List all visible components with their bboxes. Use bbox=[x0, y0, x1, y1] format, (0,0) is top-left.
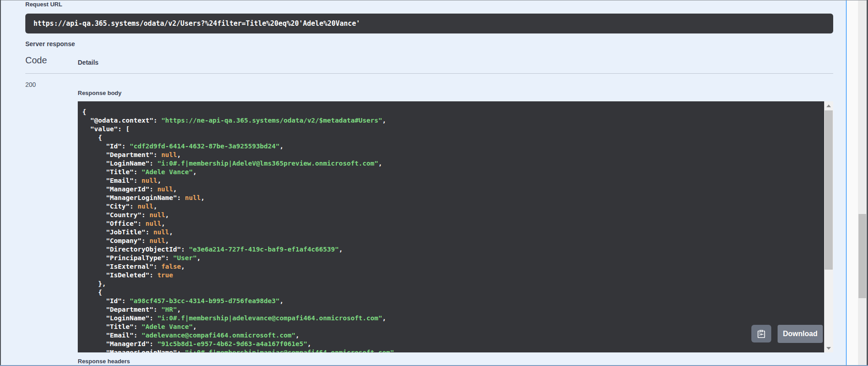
response-details-column-header: Details bbox=[78, 59, 99, 66]
page-scrollbar-thumb[interactable] bbox=[859, 214, 866, 298]
response-code-column-header: Code bbox=[25, 55, 47, 66]
swagger-response-panel: Request URL https://api-qa.365.systems/o… bbox=[0, 0, 868, 366]
response-body-label: Response body bbox=[78, 90, 122, 96]
scroll-down-arrow-icon[interactable] bbox=[824, 344, 833, 352]
response-headers-label: Response headers bbox=[78, 358, 130, 365]
response-body-json: { "@odata.context": "https://ne-api-qa.3… bbox=[78, 101, 833, 352]
request-url-label: Request URL bbox=[25, 1, 62, 8]
download-button[interactable]: Download bbox=[778, 325, 823, 343]
response-body-code-block: { "@odata.context": "https://ne-api-qa.3… bbox=[78, 101, 833, 352]
window-border-left bbox=[0, 0, 1, 366]
table-header-divider bbox=[25, 73, 833, 74]
request-url-value: https://api-qa.365.systems/odata/v2/User… bbox=[33, 19, 360, 28]
server-response-title: Server response bbox=[25, 40, 75, 48]
response-body-scrollbar-thumb[interactable] bbox=[825, 110, 833, 270]
status-code: 200 bbox=[25, 81, 36, 88]
window-border-top bbox=[0, 0, 868, 0]
request-url-bar: https://api-qa.365.systems/odata/v2/User… bbox=[25, 14, 833, 33]
page-scrollbar[interactable] bbox=[858, 0, 867, 365]
page-background-gutter bbox=[847, 0, 858, 365]
response-body-scrollbar[interactable] bbox=[824, 101, 833, 352]
scroll-up-arrow-icon[interactable] bbox=[824, 101, 833, 110]
copy-to-clipboard-button[interactable] bbox=[751, 325, 771, 342]
copy-to-clipboard-icon bbox=[756, 329, 766, 339]
